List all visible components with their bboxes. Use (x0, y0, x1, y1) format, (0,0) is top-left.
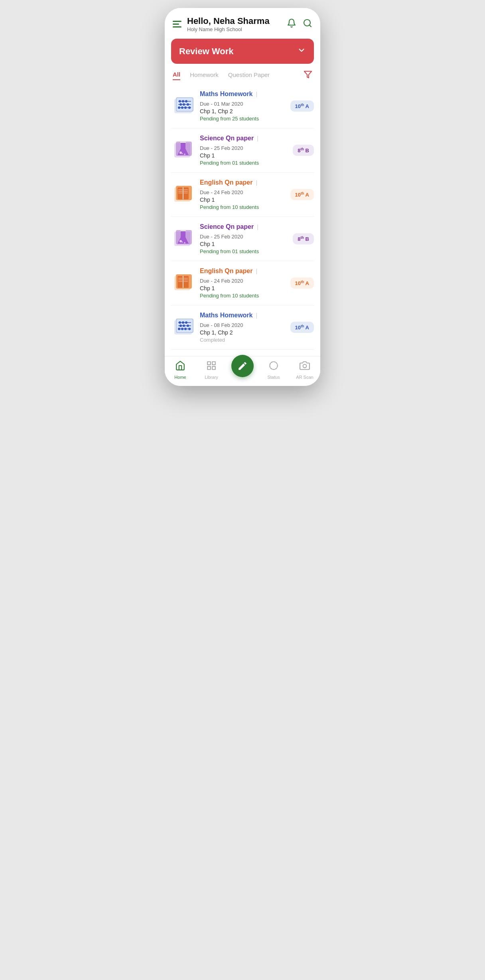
filter-tabs: All Homework Question Paper (165, 64, 320, 84)
nav-status-label: Status (267, 375, 280, 380)
nav-home-label: Home (174, 375, 186, 380)
svg-point-15 (178, 106, 180, 109)
svg-point-54 (182, 321, 184, 324)
list-item[interactable]: Science Qn paper | Due - 25 Feb 2020 Chp… (171, 217, 314, 261)
assignment-icon-maths (171, 94, 195, 118)
tab-question-paper[interactable]: Question Paper (228, 71, 270, 80)
nav-status[interactable]: Status (262, 360, 286, 380)
svg-point-38 (182, 242, 183, 243)
svg-point-21 (179, 152, 182, 154)
ar-scan-icon (300, 360, 310, 373)
assignment-icon-english (171, 271, 195, 295)
svg-point-62 (181, 328, 183, 330)
assignment-info: English Qn paper | Due - 24 Feb 2020 Chp… (200, 179, 286, 210)
assignment-title: Science Qn paper (200, 223, 254, 230)
svg-point-36 (179, 240, 182, 242)
assignment-due: Due - 24 Feb 2020 (200, 278, 243, 284)
svg-point-63 (184, 328, 187, 330)
header-greeting: Hello, Neha Sharma (187, 16, 287, 26)
bell-icon[interactable] (287, 18, 296, 30)
assignment-icon-maths (171, 315, 195, 339)
nav-ar-scan[interactable]: AR Scan (293, 360, 317, 380)
list-item[interactable]: English Qn paper | Due - 24 Feb 2020 Chp… (171, 173, 314, 217)
assignment-info: Maths Homework | Due - 08 Feb 2020 Chp 1… (200, 312, 286, 343)
header-text: Hello, Neha Sharma Holy Name High School (187, 16, 287, 32)
svg-point-7 (179, 100, 181, 102)
svg-rect-65 (207, 362, 211, 365)
assignment-due: Due - 08 Feb 2020 (200, 322, 243, 328)
assignment-status: Pending from 10 students (200, 204, 286, 210)
header-icons (287, 18, 312, 30)
svg-point-70 (303, 364, 307, 368)
nav-library[interactable]: Library (199, 360, 223, 380)
class-badge: 10th A (290, 277, 314, 289)
svg-point-37 (184, 242, 185, 244)
review-banner-title: Review Work (179, 46, 234, 57)
class-badge: 8th B (293, 145, 314, 156)
svg-point-12 (183, 103, 185, 106)
svg-point-53 (179, 321, 181, 324)
assignment-title: English Qn paper (200, 179, 252, 186)
list-item[interactable]: Maths Homework | Due - 01 Mar 2020 Chp 1… (171, 84, 314, 128)
assignment-info: Maths Homework | Due - 01 Mar 2020 Chp 1… (200, 91, 286, 122)
chevron-down-icon (297, 46, 306, 57)
assignment-status: Pending from 01 students (200, 160, 288, 166)
assignment-title: Maths Homework (200, 91, 252, 98)
library-icon (206, 360, 217, 373)
nav-ar-scan-label: AR Scan (296, 375, 313, 380)
svg-line-1 (310, 25, 311, 26)
svg-rect-66 (212, 362, 215, 365)
status-icon (268, 360, 279, 373)
svg-point-17 (184, 106, 187, 109)
review-work-banner[interactable]: Review Work (171, 39, 314, 64)
assignment-chapters: Chp 1 (200, 152, 288, 159)
search-icon[interactable] (303, 18, 312, 30)
phone-wrapper: Hello, Neha Sharma Holy Name High School (165, 8, 320, 386)
assignment-chapters: Chp 1 (200, 285, 286, 291)
svg-point-69 (270, 362, 278, 370)
list-item[interactable]: Maths Homework | Due - 08 Feb 2020 Chp 1… (171, 305, 314, 350)
assignment-icon-english (171, 183, 195, 207)
svg-point-13 (187, 103, 189, 106)
header-school: Holy Name High School (187, 26, 287, 32)
assignment-status: Pending from 10 students (200, 293, 286, 299)
bottom-nav: Home Library (165, 356, 320, 386)
assignment-chapters: Chp 1 (200, 241, 288, 247)
svg-point-22 (184, 153, 185, 155)
list-item[interactable]: Science Qn paper | Due - 25 Feb 2020 Chp… (171, 128, 314, 173)
assignment-due: Due - 25 Feb 2020 (200, 234, 243, 240)
class-badge: 10th A (290, 189, 314, 201)
assignment-chapters: Chp 1, Chp 2 (200, 329, 286, 336)
list-item[interactable]: English Qn paper | Due - 24 Feb 2020 Chp… (171, 261, 314, 305)
nav-center[interactable] (231, 363, 254, 377)
tab-homework[interactable]: Homework (190, 71, 219, 80)
assignment-icon-science (171, 138, 195, 162)
assignment-info: Science Qn paper | Due - 25 Feb 2020 Chp… (200, 223, 288, 254)
assignment-list: Maths Homework | Due - 01 Mar 2020 Chp 1… (165, 84, 320, 350)
svg-point-9 (185, 100, 187, 102)
svg-rect-67 (207, 366, 211, 370)
assignment-icon-science (171, 227, 195, 251)
hamburger-menu[interactable] (173, 21, 181, 28)
assignment-status: Pending from 01 students (200, 248, 288, 254)
svg-point-23 (182, 153, 183, 154)
class-badge: 10th A (290, 100, 314, 112)
assignment-info: Science Qn paper | Due - 25 Feb 2020 Chp… (200, 135, 288, 166)
assignment-info: English Qn paper | Due - 24 Feb 2020 Chp… (200, 268, 286, 299)
svg-point-55 (185, 321, 187, 324)
assignment-title: Science Qn paper (200, 135, 254, 142)
svg-point-64 (188, 328, 191, 330)
svg-point-61 (178, 328, 180, 330)
assignment-chapters: Chp 1, Chp 2 (200, 108, 286, 114)
assignment-due: Due - 24 Feb 2020 (200, 189, 243, 195)
assignment-chapters: Chp 1 (200, 197, 286, 203)
assignment-status: Pending from 25 students (200, 116, 286, 122)
assignment-status: Completed (200, 337, 286, 343)
assignment-due: Due - 01 Mar 2020 (200, 101, 243, 107)
nav-center-button[interactable] (231, 355, 254, 377)
screen: Hello, Neha Sharma Holy Name High School (165, 8, 320, 386)
nav-home[interactable]: Home (168, 360, 192, 380)
tab-all[interactable]: All (173, 71, 180, 80)
filter-icon[interactable] (304, 70, 312, 81)
svg-point-57 (179, 325, 182, 327)
